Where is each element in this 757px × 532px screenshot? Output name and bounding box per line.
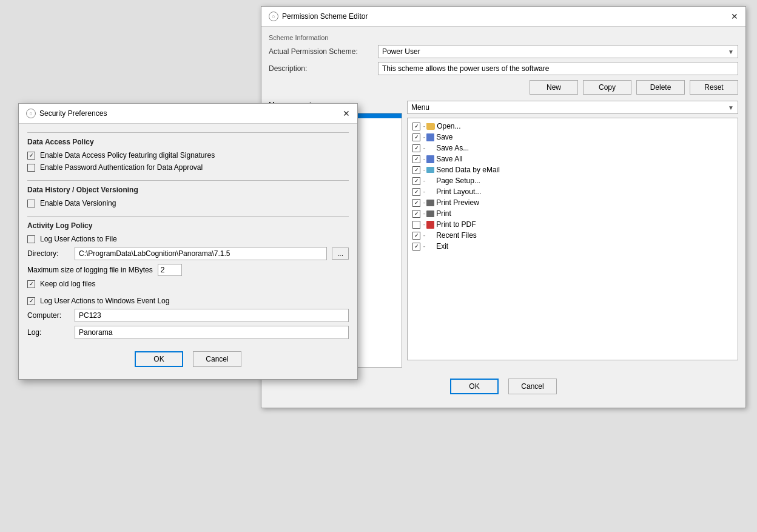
computer-label: Computer: — [27, 311, 70, 320]
max-size-row: Maximum size of logging file in MBytes — [27, 264, 349, 276]
tree-checkbox[interactable]: ✓ — [412, 188, 420, 196]
windows-event-section: ✓ Log User Actions to Windows Event Log … — [27, 297, 349, 339]
scheme-dropdown-arrow: ▼ — [728, 49, 734, 55]
tree-checkbox[interactable]: ✓ — [412, 133, 420, 141]
we-row: ✓ Log User Actions to Windows Event Log — [27, 297, 349, 305]
dap-check-1[interactable]: ✓ — [27, 152, 35, 160]
description-input[interactable] — [378, 62, 738, 75]
data-history-title: Data History / Object Versioning — [27, 186, 349, 194]
tree-item[interactable]: ✓ ··· Print — [410, 208, 735, 219]
new-button[interactable]: New — [530, 80, 578, 95]
tree-item[interactable]: ✓ ··· Page Setup... — [410, 175, 735, 186]
directory-row: Directory: ... — [27, 247, 349, 260]
dap-row-1: ✓ Enable Data Access Policy featuring di… — [27, 151, 349, 160]
tree-label: Print — [436, 209, 451, 218]
reset-button[interactable]: Reset — [690, 80, 738, 95]
menu-dropdown-arrow: ▼ — [728, 104, 734, 111]
pse-title-left: ○ Permission Scheme Editor — [269, 12, 368, 21]
computer-row: Computer: — [27, 309, 349, 322]
sp-titlebar: ○ Security Preferences ✕ — [19, 104, 357, 124]
sp-cancel-button[interactable]: Cancel — [193, 351, 241, 367]
dap-check-2[interactable] — [27, 164, 35, 172]
permission-tree: ✓ ··· Open... ✓ ··· Save ✓ ··· Save As..… — [407, 118, 738, 360]
data-access-title: Data Access Policy — [27, 138, 349, 146]
tree-dots: ··· — [423, 232, 425, 239]
tree-item[interactable]: ✓ ··· Save As... — [410, 143, 735, 153]
dap-row-2: Enable Password Authentication for Data … — [27, 163, 349, 172]
keep-logs-row: ✓ Keep old log files — [27, 280, 349, 288]
we-check[interactable]: ✓ — [27, 297, 35, 305]
keep-logs-check[interactable]: ✓ — [27, 280, 35, 288]
dh-label-1: Enable Data Versioning — [40, 199, 116, 207]
tree-dots: ··· — [423, 133, 425, 141]
tree-dots: ··· — [423, 166, 425, 173]
tree-label: Exit — [436, 242, 448, 251]
tree-checkbox[interactable]: ✓ — [412, 243, 420, 251]
max-size-label: Maximum size of logging file in MBytes — [27, 266, 153, 274]
tree-dots: ··· — [423, 188, 425, 195]
tree-checkbox[interactable]: ✓ — [412, 155, 420, 163]
tree-item[interactable]: ✓ ··· Save All — [410, 153, 735, 164]
tree-checkbox[interactable]: ✓ — [412, 144, 420, 152]
browse-button[interactable]: ... — [332, 247, 349, 260]
tree-checkbox[interactable] — [412, 221, 420, 229]
tree-label: Page Setup... — [436, 177, 480, 185]
tree-checkbox[interactable]: ✓ — [412, 199, 420, 207]
tree-item[interactable]: ··· Print to PDF — [410, 219, 735, 230]
tree-label: Print Preview — [436, 198, 479, 207]
sp-title-left: ○ Security Preferences — [26, 109, 107, 118]
menu-dropdown[interactable]: Menu ▼ — [407, 101, 738, 114]
keep-logs-label: Keep old log files — [40, 280, 95, 288]
al-row-1: Log User Actions to File — [27, 235, 349, 243]
dap-label-1: Enable Data Access Policy featuring digi… — [40, 151, 215, 160]
pse-ok-button[interactable]: OK — [450, 379, 499, 394]
tree-label: Print to PDF — [436, 220, 476, 229]
pse-right-panel: Menu ▼ ✓ ··· Open... ✓ ··· Save ✓ ··· Sa… — [407, 101, 738, 368]
activity-log-section: Activity Log Policy Log User Actions to … — [27, 216, 349, 288]
sp-close-button[interactable]: ✕ — [343, 109, 350, 118]
directory-input[interactable] — [75, 247, 327, 260]
description-row: Description: — [269, 62, 738, 75]
log-input[interactable] — [75, 326, 349, 339]
tree-item[interactable]: ✓ ··· Print Layout... — [410, 186, 735, 197]
tree-dots: ··· — [423, 155, 425, 163]
tree-dots: ··· — [423, 221, 425, 228]
pse-btn-row: New Copy Delete Reset — [269, 80, 738, 95]
tree-dots: ··· — [423, 199, 425, 206]
tree-checkbox[interactable]: ✓ — [412, 123, 420, 130]
max-size-input[interactable] — [158, 264, 182, 276]
sp-title-icon: ○ — [26, 109, 36, 118]
delete-button[interactable]: Delete — [636, 80, 685, 95]
dh-row-1: Enable Data Versioning — [27, 199, 349, 207]
tree-item[interactable]: ✓ ··· Save — [410, 132, 735, 143]
sp-ok-button[interactable]: OK — [135, 351, 183, 367]
tree-checkbox[interactable]: ✓ — [412, 177, 420, 185]
sp-title-text: Security Preferences — [39, 109, 107, 118]
tree-item[interactable]: ✓ ··· Exit — [410, 241, 735, 252]
dh-check-1[interactable] — [27, 200, 35, 207]
computer-input[interactable] — [75, 309, 349, 322]
pse-close-button[interactable]: ✕ — [731, 12, 738, 21]
pse-titlebar: ○ Permission Scheme Editor ✕ — [261, 7, 745, 27]
tree-label: Recent Files — [436, 231, 477, 240]
actual-scheme-value: Power User ▼ — [378, 45, 738, 58]
scheme-info-section: Scheme Information Actual Permission Sch… — [269, 34, 738, 75]
tree-item[interactable]: ✓ ··· Send Data by eMail — [410, 164, 735, 175]
tree-label: Print Layout... — [436, 187, 481, 196]
tree-label: Save — [436, 133, 453, 141]
tree-checkbox[interactable]: ✓ — [412, 232, 420, 240]
tree-item[interactable]: ✓ ··· Open... — [410, 121, 735, 132]
tree-item[interactable]: ✓ ··· Print Preview — [410, 197, 735, 208]
copy-button[interactable]: Copy — [583, 80, 631, 95]
directory-label: Directory: — [27, 249, 70, 258]
al-check-1[interactable] — [27, 235, 35, 243]
data-access-section: Data Access Policy ✓ Enable Data Access … — [27, 132, 349, 172]
sp-body: Data Access Policy ✓ Enable Data Access … — [19, 124, 357, 379]
data-history-section: Data History / Object Versioning Enable … — [27, 180, 349, 207]
tree-item[interactable]: ✓ ··· Recent Files — [410, 230, 735, 241]
tree-checkbox[interactable]: ✓ — [412, 210, 420, 218]
pse-cancel-button[interactable]: Cancel — [508, 379, 557, 394]
scheme-dropdown[interactable]: Power User ▼ — [378, 45, 738, 58]
tree-label: Send Data by eMail — [436, 166, 500, 174]
tree-checkbox[interactable]: ✓ — [412, 166, 420, 174]
